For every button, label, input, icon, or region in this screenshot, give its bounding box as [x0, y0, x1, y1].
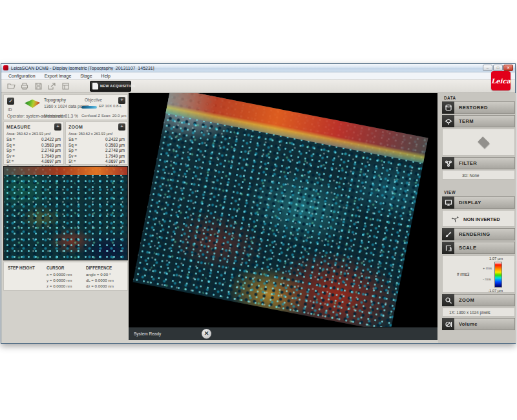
topography-2d-preview[interactable] — [3, 166, 128, 260]
zoom-measure-panel: ZOOM + Area: 350.62 x 263.93 µm² Sa =0.2… — [65, 121, 128, 165]
scale-min-label: -1.07 µm — [488, 289, 503, 293]
topography-3d-surface[interactable] — [133, 93, 428, 332]
magnifier-icon — [442, 294, 454, 306]
dataset-checkbox[interactable]: ✓ — [7, 98, 14, 105]
measure-row: Sq =0.3583 µm — [4, 143, 63, 149]
printer-icon[interactable] — [19, 81, 30, 91]
filter-icon — [442, 157, 454, 169]
zoom-row: Sv =1.7949 µm — [66, 154, 127, 160]
objective-bar — [81, 106, 97, 109]
scale-max-label: 1.07 µm — [489, 257, 503, 260]
application-window: LeicaSCAN DCM8 - Display Isometric [Topo… — [1, 63, 516, 344]
leica-logo-text: Leica — [491, 78, 511, 85]
term-plane-icon — [478, 136, 490, 149]
zoom-expand-button[interactable]: + — [118, 123, 125, 131]
scale-icon — [442, 242, 454, 254]
new-acquisition-button[interactable]: NEW ACQUISITION — [90, 81, 131, 92]
objective-label: Objective — [85, 98, 102, 102]
measure-title: MEASURE — [6, 125, 30, 129]
status-close-icon[interactable]: ✕ — [202, 329, 211, 339]
restored-icon — [442, 101, 454, 114]
menu-stage[interactable]: Stage — [76, 72, 96, 79]
cursor-y: y = 0.0000 nm — [47, 278, 72, 282]
cursor-x: x = 0.0000 nm — [47, 272, 72, 277]
cursor-title: CURSOR — [47, 266, 64, 270]
measure-row: Sv =1.7949 µm — [4, 154, 63, 160]
menu-help[interactable]: Help — [97, 72, 115, 79]
scale-button[interactable]: SCALE — [442, 242, 515, 254]
measure-panel: MEASURE + Area: 350.62 x 263.93 µm² Sa =… — [3, 121, 64, 165]
acquisition-doc-icon — [92, 83, 98, 90]
measured-label: Measured: 81.3 % — [44, 114, 78, 118]
main-content: ✓ ID Topography 1360 x 1024 data points … — [1, 93, 515, 343]
scale-minus-rms: - rms — [483, 277, 491, 281]
term-preview — [442, 129, 515, 156]
filter-value-box: 3D: None — [442, 170, 515, 180]
menu-configuration[interactable]: Configuration — [4, 72, 40, 79]
topography-thumbnail-icon — [25, 100, 40, 108]
window-title: LeicaSCAN DCM8 - Display Isometric [Topo… — [11, 66, 483, 70]
zoom-box-title: ZOOM — [69, 125, 83, 129]
confocal-scan-label: Confocal Z Scan: 20.0 µm — [81, 114, 127, 118]
minimize-button[interactable]: – — [483, 65, 492, 71]
volume-button[interactable]: Volume — [442, 318, 515, 330]
difference-title: DIFFERENCE — [86, 266, 112, 270]
term-icon — [442, 115, 454, 127]
display-value-box: NON INVERTED — [442, 210, 515, 227]
filter-value: 3D: None — [462, 173, 480, 178]
scale-rms-label: # rms3 — [457, 272, 469, 277]
zoom-row: Sp =2.2748 µm — [66, 148, 127, 154]
objective-value: EP 10X 0.8-L — [99, 104, 122, 108]
zoom-value: 1X: 1360 x 1024 pixels — [449, 310, 491, 315]
rendering-icon — [442, 228, 454, 240]
leica-logo: Leica — [491, 71, 511, 90]
save-icon[interactable] — [32, 81, 44, 91]
measure-row: Sa =0.2422 µm — [4, 137, 63, 143]
volume-icon — [442, 318, 454, 330]
measure-row: Sp =2.2748 µm — [4, 148, 63, 154]
term-button[interactable]: TERM — [442, 115, 515, 127]
cursor-z: z = 0.0000 nm — [47, 284, 72, 288]
display-value: NON INVERTED — [463, 216, 500, 222]
status-text: System Ready — [134, 331, 161, 336]
tools-panel: DATA RESTORED TERM — [438, 93, 516, 343]
display-button[interactable]: DISPLAY — [442, 196, 515, 209]
app-icon — [3, 65, 8, 70]
difference-dl: dL = 0.0000 nm — [86, 278, 114, 282]
open-folder-icon[interactable] — [5, 81, 17, 91]
step-height-title: STEP HEIGHT — [8, 266, 35, 270]
zoom-row: Sa =0.2422 µm — [66, 137, 127, 143]
display-icon — [442, 196, 454, 209]
acquisition-info-panel: ✓ ID Topography 1360 x 1024 data points … — [3, 94, 128, 120]
colormap-bar — [494, 262, 502, 288]
zoom-value-box: 1X: 1360 x 1024 pixels — [442, 308, 515, 317]
page: LeicaSCAN DCM8 - Display Isometric [Topo… — [0, 0, 517, 420]
step-height-panel: STEP HEIGHT CURSOR x = 0.0000 nm y = 0.0… — [3, 262, 128, 291]
dataset-title: Topography — [44, 98, 66, 102]
zoom-row: St =4.0697 µm — [66, 159, 127, 165]
data-section-label: DATA — [444, 96, 456, 100]
maximize-button[interactable]: □ — [493, 65, 503, 71]
title-bar[interactable]: LeicaSCAN DCM8 - Display Isometric [Topo… — [1, 64, 515, 72]
zoom-row: Sq =0.3583 µm — [66, 143, 127, 149]
measure-row: St =4.0697 µm — [4, 159, 63, 165]
close-button[interactable]: ✕ — [503, 65, 513, 71]
report-icon[interactable] — [59, 81, 71, 91]
toolbar: NEW ACQUISITION — [1, 79, 515, 93]
isometric-3d-view[interactable]: System Ready ✕ — [129, 93, 438, 340]
rendering-button[interactable]: RENDERING — [442, 228, 515, 240]
menu-export-image[interactable]: Export Image — [40, 72, 76, 79]
restored-button[interactable]: RESTORED — [442, 101, 515, 114]
zoom-area: Area: 350.62 x 263.93 µm² — [66, 131, 127, 137]
export-icon[interactable] — [46, 81, 58, 91]
new-acquisition-label: NEW ACQUISITION — [100, 84, 136, 88]
scale-plus-rms: + rms — [483, 266, 492, 270]
info-expand-button[interactable]: + — [118, 97, 125, 104]
measure-expand-button[interactable]: + — [54, 123, 61, 131]
axes-icon — [450, 215, 459, 226]
status-bar: System Ready ✕ — [129, 327, 438, 340]
difference-angle: angle = 0.00 ° — [86, 272, 111, 277]
zoom-button[interactable]: ZOOM — [442, 294, 515, 306]
view-section-label: VIEW — [444, 190, 456, 194]
filter-button[interactable]: FILTER — [442, 157, 515, 169]
